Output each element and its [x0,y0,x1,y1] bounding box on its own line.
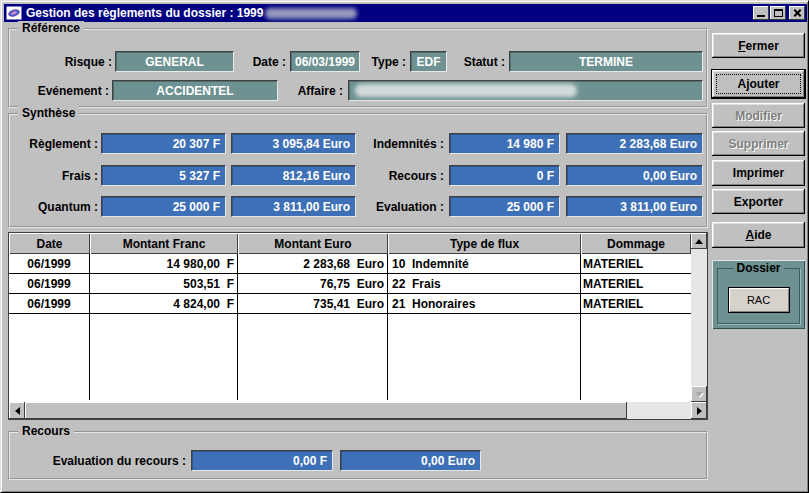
evaluation-euro-field[interactable]: 3 811,00 Euro [566,196,703,217]
imprimer-button[interactable]: Imprimer [712,160,805,186]
dossier-panel: Dossier RAC [712,260,805,329]
fermer-button[interactable]: Fermer [712,33,805,58]
indemnites-euro-field[interactable]: 2 283,68 Euro [566,133,703,154]
modifier-button: Modifier [712,103,805,128]
quantum-franc-field[interactable]: 25 000 F [101,196,226,217]
recours-legend: Recours [18,424,74,438]
frais-label: Frais : [12,169,98,183]
cell-montant-euro: 735,41 Euro [238,294,388,313]
cell-dommage: MATERIEL [581,294,691,313]
risque-field[interactable]: GENERAL [115,51,234,72]
scroll-up-icon [695,239,703,244]
quantum-label: Quantum : [12,200,98,214]
date-label: Date : [240,55,286,69]
table-row[interactable]: 06/1999 503,51 F 76,75 Euro 22 Frais MAT… [9,274,691,294]
titlebar[interactable]: Gestion des règlements du dossier : 1999 [4,4,807,22]
affaire-field[interactable] [348,80,703,101]
table-empty-area [9,314,691,400]
indemnites-label: Indemnités : [359,137,444,151]
close-button[interactable] [789,6,805,20]
risque-label: Risque : [30,55,112,69]
recours-euro-field[interactable]: 0,00 Euro [566,165,703,186]
cell-montant-franc: 14 980,00 F [90,254,238,273]
vertical-scrollbar[interactable] [691,233,707,402]
window-title: Gestion des règlements du dossier : 1999 [26,6,263,20]
evaluation-franc-field[interactable]: 25 000 F [449,196,560,217]
evaluation-recours-franc-field[interactable]: 0,00 F [191,450,333,471]
frais-franc-field[interactable]: 5 327 F [101,165,226,186]
table-row[interactable]: 06/1999 4 824,00 F 735,41 Euro 21 Honora… [9,294,691,314]
scroll-left-icon [15,407,20,415]
exporter-button[interactable]: Exporter [712,189,805,214]
cell-date: 06/1999 [9,274,90,293]
horizontal-scrollbar-trough[interactable] [627,402,691,419]
synthese-group: Synthèse Règlement : 20 307 F 3 095,84 E… [8,113,708,228]
cell-dommage: MATERIEL [581,274,691,293]
type-field[interactable]: EDF [410,51,447,72]
header-date[interactable]: Date [9,233,90,254]
reglement-label: Règlement : [12,137,98,151]
evaluation-recours-label: Evaluation du recours : [28,454,186,468]
scroll-right-icon [697,407,702,415]
dossier-frame: Dossier RAC [717,268,800,324]
date-field[interactable]: 06/03/1999 [290,51,360,72]
reference-group: Référence Risque : GENERAL Date : 06/03/… [8,28,708,108]
scroll-down-icon [695,392,703,397]
reference-legend: Référence [18,21,84,35]
supprimer-button: Supprimer [712,131,805,156]
reglement-euro-field[interactable]: 3 095,84 Euro [231,133,356,154]
cell-montant-euro: 2 283,68 Euro [238,254,388,273]
header-dommage[interactable]: Dommage [581,233,691,254]
cell-date: 06/1999 [9,294,90,313]
cell-type-de-flux: 10 Indemnité [388,254,581,273]
evenement-field[interactable]: ACCIDENTEL [112,80,278,101]
recours-group: Recours Evaluation du recours : 0,00 F 0… [8,431,708,480]
cell-dommage: MATERIEL [581,254,691,273]
table-row[interactable]: 06/1999 14 980,00 F 2 283,68 Euro 10 Ind… [9,254,691,274]
dialog-window: Gestion des règlements du dossier : 1999… [0,0,809,493]
minimize-button[interactable] [753,6,769,20]
cell-type-de-flux: 21 Honoraires [388,294,581,313]
header-type-de-flux[interactable]: Type de flux [388,233,581,254]
redacted-affaire-value [355,84,577,97]
cell-montant-franc: 503,51 F [90,274,238,293]
cell-date: 06/1999 [9,254,90,273]
aide-button[interactable]: Aide [712,222,805,248]
scroll-up-button[interactable] [691,233,707,249]
redacted-title-text [265,8,357,19]
maximize-icon [774,9,783,17]
ajouter-button[interactable]: Ajouter [712,70,805,98]
scroll-right-button[interactable] [691,402,707,419]
dossier-legend: Dossier [733,261,783,275]
quantum-euro-field[interactable]: 3 811,00 Euro [231,196,356,217]
scroll-left-button[interactable] [9,402,25,419]
cell-montant-euro: 76,75 Euro [238,274,388,293]
app-icon [6,6,22,20]
table-header-row: Date Montant Franc Montant Euro Type de … [9,233,691,254]
reglement-franc-field[interactable]: 20 307 F [101,133,226,154]
statut-field[interactable]: TERMINE [509,51,703,72]
horizontal-scrollbar-thumb[interactable] [25,402,627,419]
rac-button[interactable]: RAC [728,287,790,313]
maximize-button[interactable] [770,6,786,20]
cell-montant-franc: 4 824,00 F [90,294,238,313]
horizontal-scrollbar[interactable] [9,402,707,419]
header-montant-franc[interactable]: Montant Franc [90,233,238,254]
evaluation-label: Evaluation : [359,200,444,214]
statut-label: Statut : [451,55,505,69]
header-montant-euro[interactable]: Montant Euro [238,233,388,254]
indemnites-franc-field[interactable]: 14 980 F [449,133,560,154]
synthese-legend: Synthèse [18,106,79,120]
affaire-label: Affaire : [288,84,343,98]
cell-type-de-flux: 22 Frais [388,274,581,293]
type-label: Type : [364,55,406,69]
frais-euro-field[interactable]: 812,16 Euro [231,165,356,186]
minimize-icon [757,15,765,17]
close-icon [793,9,802,17]
scroll-down-button[interactable] [691,386,707,402]
recours-franc-field[interactable]: 0 F [449,165,560,186]
flux-table: Date Montant Franc Montant Euro Type de … [8,232,708,420]
evenement-label: Evénement : [14,84,109,98]
recours-label: Recours : [359,169,444,183]
evaluation-recours-euro-field[interactable]: 0,00 Euro [340,450,481,471]
